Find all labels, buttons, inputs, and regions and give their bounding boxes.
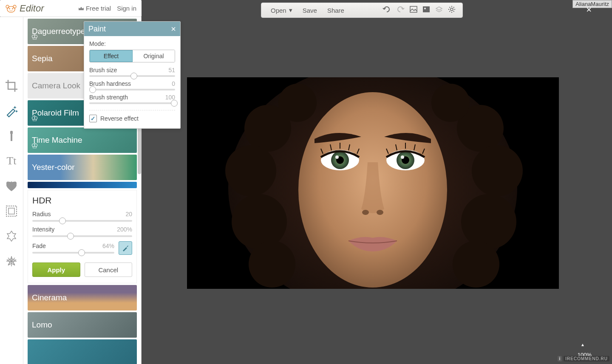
fade-slider[interactable] xyxy=(32,252,114,254)
apply-button[interactable]: Apply xyxy=(32,262,80,277)
slider-handle[interactable] xyxy=(78,249,85,256)
textures-tool[interactable] xyxy=(4,229,19,243)
layers-button[interactable] xyxy=(433,6,445,14)
share-button[interactable]: Share xyxy=(322,3,349,17)
free-trial-link[interactable]: Free trial xyxy=(78,5,111,12)
tool-rail: Tt xyxy=(0,17,23,364)
close-button[interactable]: × xyxy=(586,4,592,15)
app-name: Editor xyxy=(20,3,44,14)
brush-hardness-value: 0 xyxy=(172,80,175,87)
svg-point-4 xyxy=(12,8,13,9)
mode-segment: Effect Original xyxy=(89,50,175,62)
sign-in-link[interactable]: Sign in xyxy=(117,5,136,12)
redo-button[interactable] xyxy=(394,6,407,14)
paint-popup-header[interactable]: Paint × xyxy=(84,22,180,36)
app-logo: Editor xyxy=(5,3,44,14)
gear-icon xyxy=(448,6,456,13)
brush-strength-label: Brush strength xyxy=(89,94,128,101)
themes-tool[interactable] xyxy=(4,254,19,268)
canvas-image[interactable] xyxy=(187,77,559,289)
slider-handle[interactable] xyxy=(59,217,66,224)
watermark-text: IRECOMMEND.RU xyxy=(564,356,609,361)
effect-hdr-thumb[interactable] xyxy=(28,182,137,188)
svg-point-22 xyxy=(472,145,523,196)
effect-yester-color[interactable]: Yester-color xyxy=(28,155,137,180)
username-tag: AlianaMauritz xyxy=(572,0,612,8)
svg-rect-6 xyxy=(11,134,12,141)
brush-hardness-label: Brush hardness xyxy=(89,80,131,87)
reverse-effect-row[interactable]: ✓ Reverse effect xyxy=(89,110,175,122)
effect-time-machine[interactable]: Time Machine♔ xyxy=(28,127,137,153)
svg-rect-5 xyxy=(10,131,13,134)
svg-point-0 xyxy=(7,6,15,12)
redo-icon xyxy=(396,6,405,13)
undo-icon xyxy=(382,6,391,13)
portrait-illustration xyxy=(187,77,559,289)
mode-original-button[interactable]: Original xyxy=(133,50,175,62)
reverse-checkbox[interactable]: ✓ xyxy=(89,115,97,122)
watermark-badge-icon: i xyxy=(558,356,562,361)
intensity-slider[interactable] xyxy=(32,235,132,237)
crown-icon xyxy=(78,6,84,11)
svg-point-23 xyxy=(461,194,516,249)
open-button[interactable]: Open▾ xyxy=(266,3,298,17)
frames-tool[interactable] xyxy=(4,204,19,218)
effect-cinerama[interactable]: Cinerama xyxy=(28,285,137,310)
brush-icon xyxy=(121,244,130,252)
radius-slider[interactable] xyxy=(32,220,132,222)
zoom-arrow-icon[interactable]: ▲ xyxy=(581,342,585,347)
svg-point-3 xyxy=(9,8,10,9)
paint-toggle-button[interactable] xyxy=(119,241,132,255)
mode-effect-button[interactable]: Effect xyxy=(90,50,133,62)
paint-title: Paint xyxy=(88,25,106,34)
fade-value: 64% xyxy=(102,243,114,249)
svg-point-26 xyxy=(431,84,470,122)
slider-handle[interactable] xyxy=(89,86,96,93)
svg-point-19 xyxy=(232,194,287,249)
slider-handle[interactable] xyxy=(67,233,74,240)
crop-tool[interactable] xyxy=(4,79,19,93)
watermark: i IRECOMMEND.RU xyxy=(558,355,609,362)
radius-label: Radius xyxy=(32,211,51,217)
effects-tool[interactable] xyxy=(4,104,19,118)
svg-point-14 xyxy=(450,8,453,11)
svg-point-18 xyxy=(225,145,276,196)
slider-handle[interactable] xyxy=(130,73,137,79)
main-toolbar: Open▾ Save Share xyxy=(261,3,463,18)
cancel-button[interactable]: Cancel xyxy=(85,262,133,277)
reverse-label: Reverse effect xyxy=(100,115,139,122)
svg-rect-11 xyxy=(410,6,417,12)
svg-point-47 xyxy=(377,210,383,215)
radius-value: 20 xyxy=(125,211,132,217)
effect-more[interactable] xyxy=(28,339,137,364)
settings-button[interactable] xyxy=(445,6,458,15)
graphics-tool[interactable] xyxy=(4,179,19,193)
layers-icon xyxy=(435,6,443,13)
brush-strength-slider[interactable] xyxy=(89,102,175,104)
image-icon xyxy=(410,6,417,13)
svg-point-25 xyxy=(278,84,317,122)
text-tool[interactable]: Tt xyxy=(4,154,19,168)
effect-lomo[interactable]: Lomo xyxy=(28,312,137,338)
slider-handle[interactable] xyxy=(171,100,178,107)
touchup-tool[interactable] xyxy=(4,129,19,143)
close-icon[interactable]: × xyxy=(171,24,176,34)
crown-icon: ♔ xyxy=(31,113,38,123)
svg-rect-7 xyxy=(6,206,17,216)
brush-size-label: Brush size xyxy=(89,67,117,73)
svg-point-31 xyxy=(335,155,339,159)
compare-button[interactable] xyxy=(420,6,433,14)
paint-popup: Paint × Mode: Effect Original Brush size… xyxy=(84,21,181,129)
brush-size-slider[interactable] xyxy=(89,75,175,77)
undo-button[interactable] xyxy=(380,6,394,14)
brush-hardness-slider[interactable] xyxy=(89,89,175,90)
crown-icon: ♔ xyxy=(31,141,38,150)
svg-point-35 xyxy=(401,155,404,159)
crown-icon: ♔ xyxy=(31,32,38,42)
chevron-down-icon: ▾ xyxy=(289,6,292,14)
fade-label: Fade xyxy=(32,243,46,249)
svg-point-20 xyxy=(249,241,295,288)
app-header: Editor Free trial Sign in xyxy=(0,0,142,17)
fit-screen-button[interactable] xyxy=(407,6,420,14)
save-button[interactable]: Save xyxy=(298,3,322,17)
